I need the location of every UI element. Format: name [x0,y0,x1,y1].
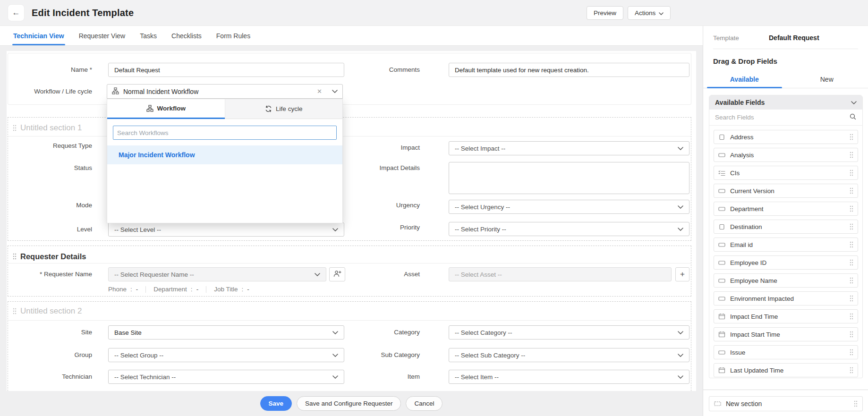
section-title: Untitled section 2 [20,306,82,316]
field-item-current-version[interactable]: Current Version [714,184,858,198]
drag-handle-icon[interactable] [13,125,17,131]
drag-handle-icon[interactable] [850,170,853,176]
divider [8,320,691,321]
fields-search-input[interactable] [715,114,849,121]
field-item-employee-id[interactable]: Employee ID [714,255,858,270]
sub-category-label: Sub Category [337,348,420,362]
clear-icon[interactable]: ✕ [317,88,322,95]
drag-handle-icon[interactable] [850,134,853,140]
field-item-destination[interactable]: Destination [714,220,858,234]
workflow-select-value: Normal Incident Workflow [123,88,198,95]
chevron-down-icon[interactable] [332,90,338,93]
new-section-item[interactable]: New section [709,396,863,411]
field-item-environment-impacted[interactable]: Environment Impacted [714,291,858,306]
comments-field-wrap [449,63,689,77]
template-label: Template [713,34,769,42]
workflow-select[interactable]: Normal Incident Workflow ✕ [107,84,343,99]
field-item-employee-name[interactable]: Employee Name [714,273,858,288]
priority-label: Priority [337,221,420,234]
drag-handle-icon[interactable] [13,253,17,260]
urgency-label: Urgency [337,199,420,212]
add-asset-button[interactable]: + [675,267,689,281]
section-title: Untitled section 1 [20,123,82,133]
chevron-down-icon [851,101,857,104]
name-input[interactable] [108,63,344,77]
item-select[interactable]: -- Select Item -- [449,370,689,384]
tab-technician-view[interactable]: Technician View [12,26,65,45]
impact-select[interactable]: -- Select Impact -- [449,141,689,155]
drag-handle-icon[interactable] [850,187,853,194]
impact-details-textarea[interactable] [449,162,689,194]
chevron-down-icon [678,375,683,379]
technician-select[interactable]: -- Select Technician -- [108,370,344,384]
site-select[interactable]: Base Site [108,325,344,340]
field-item-last-updated-time[interactable]: Last Updated Time [714,363,858,377]
sub-category-select[interactable]: -- Select Sub Category -- [449,348,689,362]
drag-handle-icon[interactable] [850,277,853,284]
textarea-field-icon [718,134,725,140]
tab-form-rules[interactable]: Form Rules [215,26,251,45]
sidebar-tab-available[interactable]: Available [703,70,786,88]
drag-handle-icon[interactable] [850,331,853,338]
lifecycle-icon [265,105,272,112]
tab-tasks[interactable]: Tasks [139,26,158,45]
workflow-option-major-incident-workflow[interactable]: Major Incident Workflow [107,145,342,164]
sidebar-tab-new[interactable]: New [786,70,868,88]
drag-handle-icon[interactable] [850,241,853,248]
field-item-impact-end-time[interactable]: Impact End Time [714,309,858,323]
priority-field-wrap: -- Select Priority -- [449,222,689,236]
category-select[interactable]: -- Select Category -- [449,325,689,340]
cancel-button[interactable]: Cancel [406,396,443,411]
available-fields-header[interactable]: Available Fields [709,95,862,110]
field-item-email-id[interactable]: Email id [714,238,858,252]
dropdown-tab-life-cycle[interactable]: Life cycle [225,99,343,119]
page-title: Edit Incident Template [32,8,134,18]
drag-handle-icon[interactable] [850,313,853,320]
workflow-icon [112,87,119,96]
category-field-wrap: -- Select Category -- [449,325,689,340]
workflow-search-input[interactable] [117,129,332,136]
urgency-select[interactable]: -- Select Urgency -- [449,200,689,214]
requester-name-select[interactable]: -- Select Requester Name -- [108,267,326,281]
tab-requester-view[interactable]: Requester View [78,26,127,45]
impact-details-label: Impact Details [337,161,420,175]
drag-handle-icon[interactable] [850,152,853,158]
field-item-issue[interactable]: Issue [714,345,858,359]
field-item-analysis[interactable]: Analysis [714,148,858,162]
item-label: Item [337,370,420,383]
requester-name-group: -- Select Requester Name -- [108,267,345,281]
save-and-configure-button[interactable]: Save and Configure Requester [297,396,401,411]
field-item-department[interactable]: Department [714,202,858,216]
asset-input[interactable] [449,267,672,281]
dropdown-tab-workflow[interactable]: Workflow [107,99,225,119]
group-field-wrap: -- Select Group -- [108,348,344,362]
tab-checklists[interactable]: Checklists [170,26,203,45]
preview-button[interactable]: Preview [587,6,623,20]
drag-handle-icon[interactable] [850,349,853,356]
field-item-impact-start-time[interactable]: Impact Start Time [714,327,858,341]
group-select[interactable]: -- Select Group -- [108,348,344,362]
chevron-down-icon [678,354,683,357]
priority-select[interactable]: -- Select Priority -- [449,222,689,236]
save-button[interactable]: Save [260,396,292,411]
actions-button[interactable]: Actions [628,6,671,20]
input-field-icon [718,349,725,356]
drag-handle-icon[interactable] [850,367,853,374]
drag-handle-icon[interactable] [850,205,853,212]
comments-label: Comments [337,63,420,76]
drag-handle-icon[interactable] [850,259,853,266]
drag-handle-icon[interactable] [13,308,17,314]
date-field-icon [718,367,725,374]
field-item-cis[interactable]: CIs [714,166,858,180]
search-icon [849,113,857,122]
chevron-down-icon [678,147,683,150]
comments-input[interactable] [449,63,689,77]
dashed-section-icon [714,400,721,407]
drag-handle-icon[interactable] [850,295,853,302]
drag-handle-icon[interactable] [850,223,853,230]
drag-handle-icon[interactable] [854,400,858,407]
level-field-wrap: -- Select Level -- [108,222,344,237]
level-select[interactable]: -- Select Level -- [108,222,344,237]
back-button[interactable]: ← [8,4,25,21]
field-item-address[interactable]: Address [714,130,858,144]
